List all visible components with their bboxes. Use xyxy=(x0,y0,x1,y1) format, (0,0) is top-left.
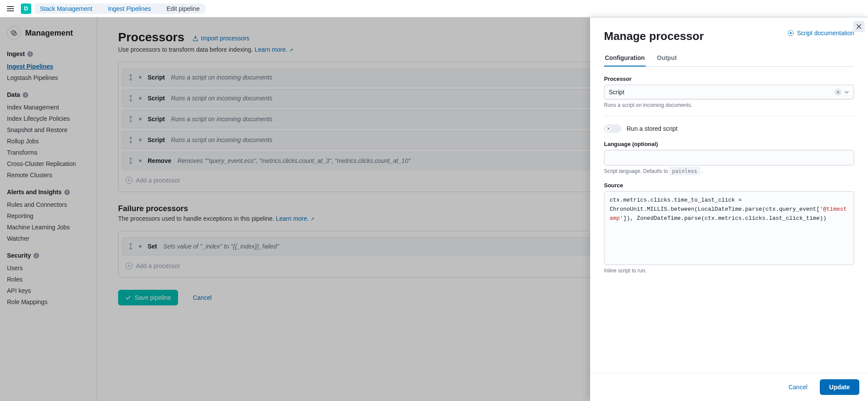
breadcrumbs: Stack Management Ingest Pipelines Edit p… xyxy=(35,3,206,14)
language-help-text: Script language. Defaults to painless . xyxy=(604,168,854,174)
painless-code: painless xyxy=(670,167,700,175)
manage-processor-flyout: Manage processor Script documentation Co… xyxy=(590,17,868,401)
divider xyxy=(604,116,854,116)
processor-field-label: Processor xyxy=(604,76,854,82)
breadcrumb-stack-management[interactable]: Stack Management xyxy=(35,3,99,14)
clear-selection-button[interactable]: ✕ xyxy=(835,89,842,96)
breadcrumb-ingest-pipelines[interactable]: Ingest Pipelines xyxy=(99,3,158,14)
chevron-down-icon xyxy=(844,89,849,95)
flyout-update-button[interactable]: Update xyxy=(820,379,859,395)
source-code-editor[interactable]: ctx.metrics.clicks.time_to_last_click = … xyxy=(604,191,854,265)
help-icon xyxy=(787,30,794,36)
switch-thumb: ✕ xyxy=(604,125,612,133)
top-header: D Stack Management Ingest Pipelines Edit… xyxy=(0,0,868,17)
close-icon xyxy=(856,24,861,29)
processor-help-text: Runs a script on incoming documents. xyxy=(604,102,854,108)
hamburger-icon xyxy=(7,6,14,11)
flyout-tabs: Configuration Output xyxy=(604,51,854,67)
space-avatar[interactable]: D xyxy=(21,3,31,14)
flyout-title: Manage processor xyxy=(604,30,704,43)
script-documentation-link[interactable]: Script documentation xyxy=(787,30,854,36)
source-field-label: Source xyxy=(604,182,854,189)
language-input[interactable] xyxy=(604,150,854,166)
stored-script-switch[interactable]: ✕ xyxy=(604,124,621,133)
stored-script-switch-label: Run a stored script xyxy=(627,125,678,132)
processor-select-value: Script xyxy=(609,89,624,96)
nav-toggle-button[interactable] xyxy=(3,2,17,16)
stored-script-switch-row: ✕ Run a stored script xyxy=(604,124,854,133)
flyout-cancel-button[interactable]: Cancel xyxy=(782,379,815,395)
breadcrumb-current: Edit pipeline xyxy=(158,3,205,14)
processor-select[interactable]: Script ✕ xyxy=(604,85,854,99)
tab-output[interactable]: Output xyxy=(656,51,678,66)
language-field-label: Language (optional) xyxy=(604,141,854,147)
source-help-text: Inline script to run. xyxy=(604,268,854,274)
flyout-body: Manage processor Script documentation Co… xyxy=(590,17,868,373)
tab-configuration[interactable]: Configuration xyxy=(604,51,646,66)
flyout-close-button[interactable] xyxy=(853,21,865,32)
svg-point-1 xyxy=(790,32,792,34)
app-body: Management Ingest i Ingest Pipelines Log… xyxy=(0,17,868,401)
flyout-footer: Cancel Update xyxy=(590,373,868,401)
